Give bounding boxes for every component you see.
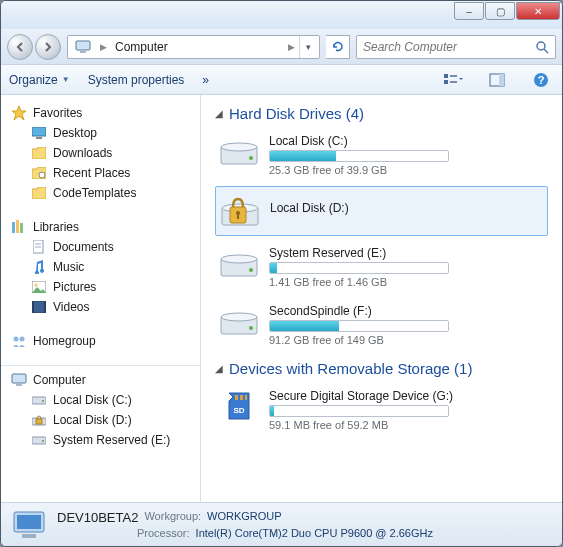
computer-icon [11,507,47,543]
svg-rect-16 [16,220,19,233]
svg-point-27 [20,337,25,342]
chevron-right-icon: ▶ [284,42,299,52]
sidebar-item-videos[interactable]: Videos [1,297,200,317]
back-button[interactable] [7,34,33,60]
sidebar-item-music[interactable]: Music [1,257,200,277]
sidebar-item-local-c[interactable]: Local Disk (C:) [1,390,200,410]
preview-pane-button[interactable] [484,69,510,91]
titlebar: – ▢ ✕ [1,1,562,29]
search-icon [535,40,549,54]
drive-free-text: 59.1 MB free of 59.2 MB [269,419,544,431]
svg-rect-5 [444,80,448,84]
sidebar-libraries-label: Libraries [33,220,79,234]
minimize-button[interactable]: – [454,2,484,20]
drive-usage-bar [269,405,449,417]
chevron-right-icon: ▶ [96,42,111,52]
sd-card-icon: SD [219,389,259,425]
navbar: ▶ Computer ▶ ▾ [1,29,562,65]
videos-icon [31,299,47,315]
drive-secondspindle-f[interactable]: SecondSpindle (F:) 91.2 GB free of 149 G… [215,298,548,352]
svg-rect-28 [12,374,26,383]
svg-rect-55 [17,515,41,529]
sidebar-homegroup-label: Homegroup [33,334,96,348]
drive-free-text: 25.3 GB free of 39.9 GB [269,164,544,176]
computer-icon [11,372,27,388]
svg-rect-33 [36,419,42,424]
svg-rect-25 [44,301,46,313]
folder-icon [31,185,47,201]
drive-sd-g[interactable]: SD Secure Digital Storage Device (G:) 59… [215,383,548,437]
svg-point-35 [42,440,44,442]
drive-local-d[interactable]: Local Disk (D:) [215,186,548,236]
status-processor: Intel(R) Core(TM)2 Duo CPU P9600 @ 2.66G… [196,527,433,539]
svg-rect-15 [12,222,15,233]
organize-menu[interactable]: Organize ▼ [9,73,70,87]
drive-local-c[interactable]: Local Disk (C:) 25.3 GB free of 39.9 GB [215,128,548,182]
drive-free-text: 91.2 GB free of 149 GB [269,334,544,346]
address-dropdown[interactable]: ▾ [299,36,317,58]
search-box[interactable] [356,35,556,59]
svg-rect-17 [20,223,23,233]
svg-rect-12 [32,127,46,136]
drive-icon [31,432,47,448]
maximize-button[interactable]: ▢ [485,2,515,20]
folder-icon [31,145,47,161]
address-location: Computer [111,40,284,54]
svg-point-14 [39,172,45,178]
svg-rect-52 [245,395,247,400]
svg-point-49 [249,326,253,330]
address-bar[interactable]: ▶ Computer ▶ ▾ [67,35,320,59]
close-button[interactable]: ✕ [516,2,560,20]
sidebar-computer-head[interactable]: Computer [1,370,200,390]
sidebar-item-downloads[interactable]: Downloads [1,143,200,163]
sidebar-libraries-head[interactable]: Libraries [1,217,200,237]
chevron-down-icon: ▼ [62,75,70,84]
svg-point-31 [42,400,44,402]
svg-rect-30 [32,397,46,404]
forward-button[interactable] [35,34,61,60]
svg-text:?: ? [538,74,545,86]
drive-usage-bar [269,262,449,274]
sidebar-computer-label: Computer [33,373,86,387]
drive-name: Local Disk (C:) [269,134,544,148]
svg-rect-51 [240,395,243,400]
category-hdd[interactable]: ◢ Hard Disk Drives (4) [215,105,548,122]
refresh-button[interactable] [326,35,350,59]
svg-point-2 [537,42,545,50]
sidebar: Favorites Desktop Downloads Recent Place… [1,95,201,502]
drive-icon [219,304,259,340]
sidebar-favorites-head[interactable]: Favorites [1,103,200,123]
sidebar-item-codetemplates[interactable]: CodeTemplates [1,183,200,203]
sidebar-item-system-e[interactable]: System Reserved (E:) [1,430,200,450]
sidebar-item-documents[interactable]: Documents [1,237,200,257]
svg-text:SD: SD [233,406,244,415]
toolbar: Organize ▼ System properties » ? [1,65,562,95]
search-input[interactable] [363,40,531,54]
collapse-icon: ◢ [215,108,223,119]
recent-icon [31,165,47,181]
svg-point-45 [221,255,257,263]
drive-system-e[interactable]: System Reserved (E:) 1.41 GB free of 1.4… [215,240,548,294]
sidebar-homegroup-head[interactable]: Homegroup [1,331,200,351]
svg-rect-43 [237,214,239,219]
svg-rect-13 [36,137,42,139]
view-mode-button[interactable] [440,69,466,91]
sidebar-item-recent[interactable]: Recent Places [1,163,200,183]
status-workgroup-label: Workgroup: [144,510,201,525]
svg-point-37 [221,143,257,151]
sidebar-item-desktop[interactable]: Desktop [1,123,200,143]
category-removable[interactable]: ◢ Devices with Removable Storage (1) [215,360,548,377]
svg-point-48 [221,313,257,321]
explorer-window: – ▢ ✕ ▶ Computer ▶ ▾ [0,0,563,547]
sidebar-item-local-d[interactable]: Local Disk (D:) [1,410,200,430]
help-button[interactable]: ? [528,69,554,91]
svg-rect-0 [76,41,90,50]
drive-icon [219,246,259,282]
svg-point-46 [249,268,253,272]
toolbar-overflow[interactable]: » [202,73,209,87]
music-icon [31,259,47,275]
system-properties-button[interactable]: System properties [88,73,185,87]
svg-rect-24 [32,301,34,313]
sidebar-item-pictures[interactable]: Pictures [1,277,200,297]
svg-rect-29 [16,384,22,386]
